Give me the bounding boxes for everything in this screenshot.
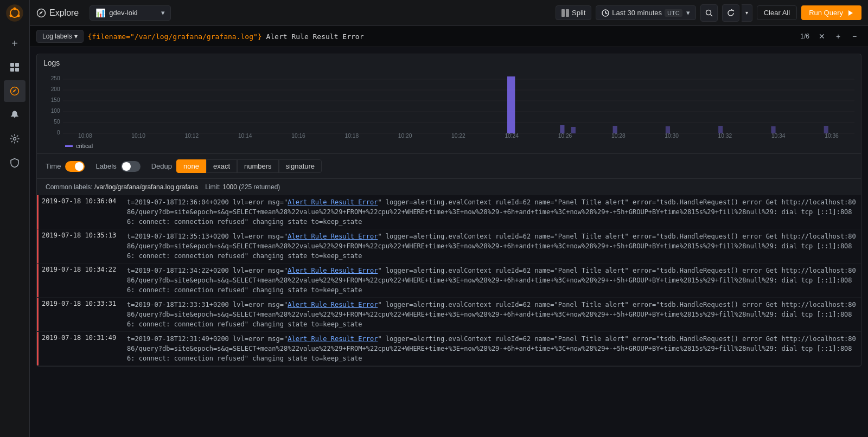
svg-text:10:24: 10:24 [505, 133, 519, 139]
sidebar: + [0, 0, 30, 437]
svg-text:200: 200 [51, 86, 60, 92]
dedup-label: Dedup [151, 162, 172, 170]
svg-rect-5 [10, 63, 14, 67]
svg-marker-13 [39, 11, 43, 15]
log-link[interactable]: Alert Rule Result Error [288, 301, 378, 309]
svg-rect-48 [571, 127, 576, 133]
svg-text:10:22: 10:22 [451, 133, 465, 139]
log-link[interactable]: Alert Rule Result Error [288, 198, 378, 206]
time-control: Time [46, 161, 85, 172]
datasource-name: gdev-loki [109, 9, 137, 17]
log-link[interactable]: Alert Rule Result Error [288, 233, 378, 240]
svg-rect-6 [15, 63, 19, 67]
query-close-button[interactable]: ✕ [815, 29, 829, 43]
svg-rect-47 [560, 125, 564, 133]
time-range-label: Last 30 minutes [612, 9, 662, 17]
query-remove-button[interactable]: − [847, 29, 861, 43]
svg-rect-53 [824, 126, 828, 133]
app-title: Explore [36, 8, 79, 18]
svg-text:10:16: 10:16 [291, 133, 305, 139]
svg-text:10:18: 10:18 [344, 133, 359, 139]
svg-text:10:30: 10:30 [665, 133, 679, 139]
svg-text:0: 0 [57, 130, 60, 136]
sidebar-item-dashboard[interactable] [4, 56, 25, 78]
dedup-buttons: none exact numbers signature [176, 159, 322, 173]
sidebar-item-explore[interactable] [4, 80, 25, 102]
labels-control-label: Labels [95, 162, 116, 170]
svg-point-17 [706, 10, 711, 15]
log-timestamp: 2019-07-18 10:36:04 [39, 195, 123, 229]
log-message: t=2019-07-18T12:31:49+0200 lvl=eror msg=… [123, 332, 861, 365]
svg-text:10:20: 10:20 [398, 133, 412, 139]
datasource-selector[interactable]: 📊 gdev-loki ▾ [90, 5, 171, 21]
dedup-none-button[interactable]: none [176, 159, 206, 173]
refresh-button[interactable] [722, 4, 739, 22]
svg-text:10:36: 10:36 [825, 133, 839, 139]
labels-toggle-thumb [122, 162, 131, 171]
topbar: Explore 📊 gdev-loki ▾ Split Last 30 minu… [30, 0, 868, 26]
log-timestamp: 2019-07-18 10:34:22 [39, 264, 123, 297]
log-labels-label: Log labels [42, 33, 72, 40]
run-query-button[interactable]: Run Query [801, 5, 861, 20]
time-control-label: Time [46, 162, 61, 170]
query-add-button[interactable]: + [831, 29, 845, 43]
sidebar-item-alerts[interactable] [4, 104, 25, 126]
svg-rect-46 [507, 76, 515, 133]
legend-color-critical [65, 145, 73, 147]
log-message: t=2019-07-18T12:35:13+0200 lvl=eror msg=… [123, 229, 861, 263]
svg-text:50: 50 [54, 119, 60, 125]
refresh-chevron-icon: ▾ [745, 10, 748, 16]
log-labels-button[interactable]: Log labels ▾ [36, 30, 84, 43]
log-controls: Time Labels Dedup [37, 153, 861, 179]
time-range-button[interactable]: Last 30 minutes UTC ▾ [596, 5, 695, 20]
split-button[interactable]: Split [556, 5, 591, 20]
log-message: t=2019-07-18T12:33:31+0200 lvl=eror msg=… [123, 298, 861, 331]
query-expression[interactable]: {filename="/var/log/grafana/grafana.log"… [88, 33, 793, 41]
sidebar-item-add[interactable]: + [4, 33, 25, 54]
query-selector: {filename="/var/log/grafana/grafana.log"… [88, 33, 262, 41]
log-link[interactable]: Alert Rule Result Error [288, 267, 378, 274]
meta-prefix: Common labels: [46, 183, 93, 191]
search-button[interactable] [700, 4, 718, 22]
dedup-numbers-button[interactable]: numbers [237, 159, 279, 173]
content-area: Logs 250 200 150 100 50 0 [30, 47, 868, 437]
svg-rect-49 [613, 126, 617, 133]
dedup-signature-button[interactable]: signature [279, 159, 322, 173]
meta-limit-label: Limit: [205, 183, 221, 191]
meta-limit-value: 1000 [222, 183, 237, 191]
chart-legend: critical [43, 140, 854, 149]
svg-point-2 [14, 8, 16, 10]
svg-rect-51 [718, 126, 723, 133]
svg-rect-52 [771, 126, 775, 133]
query-actions: 1/6 ✕ + − [797, 29, 861, 43]
chart-container: 250 200 150 100 50 0 10:08 10:10 [37, 72, 861, 153]
meta-labels: /var/log/grafana/grafana.log grafana [94, 183, 198, 191]
sidebar-item-shield[interactable] [4, 152, 25, 173]
labels-toggle[interactable] [121, 161, 141, 172]
timezone-badge: UTC [665, 9, 682, 17]
query-filter: Alert Rule Result Error [266, 33, 363, 41]
svg-rect-50 [666, 126, 670, 133]
log-entries: 2019-07-18 10:36:04t=2019-07-18T12:36:04… [37, 195, 861, 365]
grafana-logo[interactable] [6, 4, 23, 22]
time-toggle-track [65, 161, 85, 172]
log-message: t=2019-07-18T12:36:04+0200 lvl=eror msg=… [123, 195, 861, 229]
explore-label: Explore [49, 8, 79, 18]
log-timestamp: 2019-07-18 10:33:31 [39, 298, 123, 331]
sidebar-item-config[interactable] [4, 128, 25, 150]
split-label: Split [572, 9, 585, 17]
clear-all-button[interactable]: Clear All [757, 5, 797, 20]
meta-line: Common labels: /var/log/grafana/grafana.… [37, 179, 861, 195]
clear-all-label: Clear All [764, 9, 790, 17]
svg-point-11 [14, 138, 16, 140]
run-query-label: Run Query [809, 9, 843, 17]
refresh-dropdown-button[interactable]: ▾ [742, 4, 752, 22]
svg-text:250: 250 [51, 75, 60, 81]
dedup-control: Dedup none exact numbers signature [151, 159, 322, 173]
log-entry: 2019-07-18 10:31:49t=2019-07-18T12:31:49… [37, 332, 861, 365]
svg-marker-10 [12, 89, 16, 93]
log-link[interactable]: Alert Rule Result Error [288, 335, 378, 343]
time-toggle[interactable] [65, 161, 85, 172]
dedup-exact-button[interactable]: exact [206, 159, 237, 173]
svg-text:10:14: 10:14 [238, 133, 252, 139]
